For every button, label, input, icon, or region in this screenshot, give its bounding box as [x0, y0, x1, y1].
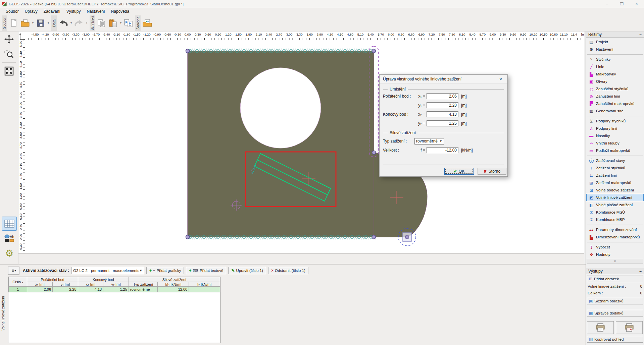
button-label: Přidat textově [200, 269, 223, 273]
close-button[interactable]: × [629, 0, 644, 8]
compare-documents-button[interactable] [123, 16, 134, 30]
redo-button[interactable] [73, 16, 84, 30]
undo-dropdown-arrow-icon[interactable]: ▾ [69, 16, 73, 30]
col-header-y-m[interactable]: y₁ [m] [53, 282, 78, 287]
col-header-f-f-kn-m[interactable]: f/f₁ [kN/m] [158, 282, 189, 287]
settings-gear-button[interactable]: ⚙ [2, 246, 17, 260]
sidebar-item-dimenzovani-makroprvku[interactable]: ▙Dimenzování makroprvků [586, 233, 644, 241]
paste-dropdown-arrow-icon[interactable]: ▾ [119, 16, 122, 30]
col-header-y-m[interactable]: y₂ [m] [103, 282, 129, 287]
open-template-button[interactable] [142, 16, 153, 30]
copy-view-button[interactable]: ▥ Kopírovat pohled [587, 336, 643, 343]
print-preview-button[interactable] [616, 321, 643, 334]
collapse-icon[interactable]: – [639, 269, 642, 274]
open-file-button[interactable] [20, 16, 31, 30]
new-file-button[interactable] [8, 16, 19, 30]
add-graphically-button[interactable]: +⌖Přidat graficky [146, 267, 184, 274]
active-load-case-select[interactable]: G2 LC 2 - permanent - macroelements ▼ [71, 267, 144, 274]
menu-upravy[interactable]: Úpravy [22, 8, 41, 14]
sidebar-item-parametry-dimenzovani[interactable]: 1,2Parametry dimenzování [586, 226, 644, 233]
cancel-button[interactable]: ✘Storno [478, 168, 506, 175]
display-settings-button[interactable]: Ab [2, 231, 17, 245]
col-header-x-m[interactable]: x₂ [m] [78, 282, 103, 287]
paste-button[interactable] [108, 16, 118, 30]
sidebar-item-linie[interactable]: ╱Linie [586, 63, 644, 70]
menu-nastaveni[interactable]: Nastavení [84, 8, 108, 14]
add-textually-button[interactable]: +⌨Přidat textově [186, 267, 226, 274]
sidebar-item-zatizeni-stycniku[interactable]: ↓Zatížení styčníků [586, 164, 644, 172]
menu-napoveda[interactable]: Nápověda [108, 8, 132, 14]
sidebar-item-volne-bodove-zatizeni[interactable]: ⊡Volné bodové zatížení [586, 186, 644, 194]
col-header-f-kn-m[interactable]: f₂ [kN/m] [189, 282, 220, 287]
x1-field[interactable]: 2,06 [427, 93, 458, 99]
table-row[interactable]: 12,062,284,131,25rovnoměrné-12,00 [9, 287, 220, 292]
undo-button[interactable] [58, 16, 69, 30]
restore-button[interactable]: ❒ [614, 0, 629, 8]
load-table[interactable]: Číslo ▴Počáteční bodKoncový bodSilové za… [8, 277, 220, 292]
sidebar-item-podpory-stycniku[interactable]: ⊻Podpory styčníků [586, 117, 644, 125]
copy-button[interactable] [96, 16, 107, 30]
addon-manager-button[interactable]: ▦ Správce dodatků [587, 310, 643, 317]
sidebar-item-zatizeni-makroprvku[interactable]: ▨Zatížení makroprvků [586, 179, 644, 186]
sidebar-item-vypocet[interactable]: ↧Výpočet [586, 243, 644, 251]
delete-item-button[interactable]: ×Odstranit (číslo 1) [268, 267, 308, 274]
menu-soubor[interactable]: Soubor [3, 8, 22, 14]
open-dropdown-arrow-icon[interactable]: ▾ [31, 16, 35, 30]
pan-tool-button[interactable] [2, 32, 16, 46]
linie-icon: ╱ [588, 64, 594, 69]
collapse-icon[interactable]: – [639, 32, 642, 37]
col-header-cislo[interactable]: Číslo ▴ [9, 277, 27, 287]
zoom-select-tool-button[interactable] [2, 47, 16, 61]
save-button[interactable] [35, 16, 46, 30]
ruler-label: 4,50 [337, 33, 343, 36]
x2-field[interactable]: 4,13 [427, 111, 458, 117]
dialog-title: Úprava vlastností volného liniového zatí… [383, 77, 461, 81]
sidebar-item-label: Výpočet [596, 245, 610, 249]
sidebar-item-podpory-linii[interactable]: ∠Podpory linií [586, 125, 644, 132]
ruler-label: 1,20 [225, 33, 232, 36]
sidebar-item-vnitrni-klouby[interactable]: -•-Vnitřní klouby [586, 139, 644, 147]
sidebar-item-volne-plosne-zatizeni[interactable]: ◧Volné plošné zatížení [586, 201, 644, 209]
sidebar-item-zahusteni-makroprvku[interactable]: ▛Zahuštění makroprvků [586, 100, 644, 107]
redo-dropdown-arrow-icon[interactable]: ▾ [85, 16, 88, 30]
sidebar-item-nastaveni[interactable]: ⚙Nastavení [586, 46, 644, 53]
dialog-title-bar[interactable]: Úprava vlastností volného liniového zatí… [380, 75, 507, 83]
sidebar-item-otvory[interactable]: ▣Otvory [586, 78, 644, 85]
y1-field[interactable]: 2,28 [427, 102, 458, 108]
force-value-field[interactable]: -12,00 [427, 147, 458, 153]
sidebar-item-projekt[interactable]: ▤Projekt [586, 38, 644, 46]
sidebar-item-zahusteni-stycniku[interactable]: ◎Zahuštění styčníků [586, 85, 644, 93]
sidebar-item-hodnoty[interactable]: ❖Hodnoty [586, 251, 644, 258]
dialog-close-icon[interactable]: × [497, 76, 504, 82]
print-button[interactable] [587, 321, 614, 334]
col-header-typ-zatizeni[interactable]: Typ zatížení [129, 282, 158, 287]
sidebar-item-zatezovaci-stavy[interactable]: ↓Zatěžovací stavy [586, 157, 644, 164]
sidebar-item-zatizeni-linii[interactable]: ⇊Zatížení linií [586, 172, 644, 179]
list-menu-button[interactable]: ≡▾ [8, 267, 19, 275]
sidebar-item-nosniky[interactable]: ▬Nosníky [586, 132, 644, 139]
sidebar-expand-chevron[interactable]: ∨ [587, 259, 643, 264]
ok-button[interactable]: ✔OK [444, 168, 474, 175]
fit-view-tool-button[interactable] [2, 64, 16, 78]
y2-field[interactable]: 1,25 [427, 120, 458, 126]
minimize-button[interactable]: – [600, 0, 614, 8]
sidebar-item-stycniky[interactable]: ×Styčníky [586, 56, 644, 63]
stycniky-icon: × [588, 57, 594, 62]
tool-separator [2, 62, 16, 63]
menu-vystupy[interactable]: Výstupy [63, 8, 84, 14]
sidebar-item-makroprvky[interactable]: ▙Makroprvky [586, 70, 644, 78]
menu-zadavani[interactable]: Zadávání [41, 8, 63, 14]
sidebar-item-volne-liniove-zatizeni[interactable]: ◩Volné liniové zatížení [586, 194, 644, 201]
sidebar-item-kombinace-msu[interactable]: ①Kombinace MSÚ [586, 209, 644, 216]
table-view-button[interactable] [2, 217, 17, 231]
edit-item-button[interactable]: ✎Upravit (číslo 1) [228, 267, 266, 274]
sidebar-item-generovani-site[interactable]: ▦Generování sítě [586, 107, 644, 115]
load-type-select[interactable]: rovnoměrné ▼ [414, 138, 444, 145]
sidebar-item-kombinace-msp[interactable]: ②Kombinace MSP [586, 216, 644, 223]
picture-list-button[interactable]: ▤ Seznam obrázků [587, 298, 643, 304]
col-header-x-m[interactable]: x₁ [m] [27, 282, 53, 287]
save-dropdown-arrow-icon[interactable]: ▾ [47, 16, 50, 30]
sidebar-item-podlozi-makroprvku[interactable]: ▭Podloží makroprvků [586, 147, 644, 154]
add-picture-button[interactable]: ⊞ Přidat obrázek [587, 276, 643, 282]
sidebar-item-zahusteni-linii[interactable]: ⊖Zahuštění linií [586, 93, 644, 100]
